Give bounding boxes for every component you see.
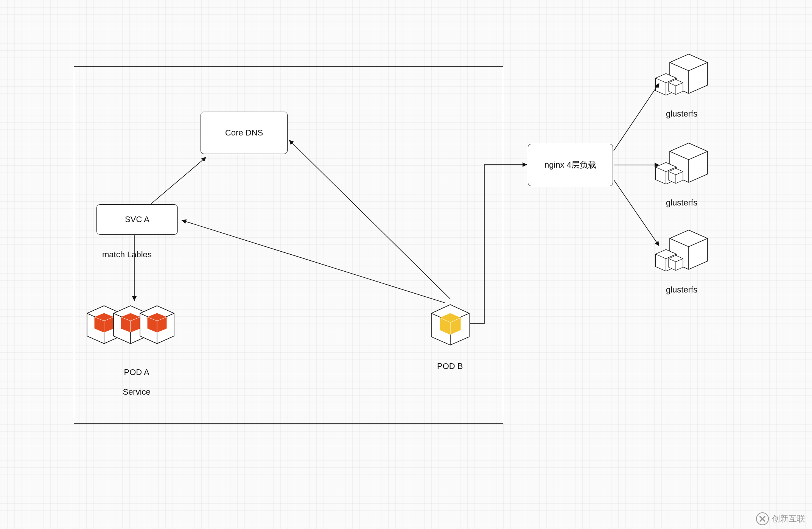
- glusterfs-label-2: glusterfs: [666, 198, 697, 208]
- node-nginx-label: nginx 4层负载: [544, 160, 596, 171]
- watermark: 创新互联: [756, 512, 805, 525]
- edge-label-match-labels: match Lables: [102, 250, 152, 260]
- node-svc-a: SVC A: [96, 204, 178, 235]
- pod-a-label-line1: POD A: [124, 367, 149, 377]
- watermark-logo-icon: [756, 512, 769, 525]
- pod-a-label-line2: Service: [123, 387, 150, 397]
- node-core-dns: Core DNS: [201, 112, 288, 154]
- node-svc-a-label: SVC A: [125, 214, 149, 225]
- glusterfs-node-1: [651, 51, 715, 106]
- glusterfs-label-1: glusterfs: [666, 109, 697, 119]
- pod-b-label: POD B: [437, 361, 463, 371]
- glusterfs-node-3: [651, 227, 715, 282]
- pod-b-cube: [428, 299, 473, 353]
- glusterfs-node-2: [651, 140, 715, 194]
- node-core-dns-label: Core DNS: [225, 128, 263, 138]
- pod-a-label: POD A Service: [114, 358, 151, 407]
- node-nginx: nginx 4层负载: [528, 144, 613, 186]
- pod-a-cubes: [83, 299, 182, 365]
- watermark-text: 创新互联: [772, 513, 805, 524]
- glusterfs-label-3: glusterfs: [666, 285, 697, 295]
- diagram-canvas: Core DNS SVC A match Lables nginx 4层负载: [0, 0, 812, 529]
